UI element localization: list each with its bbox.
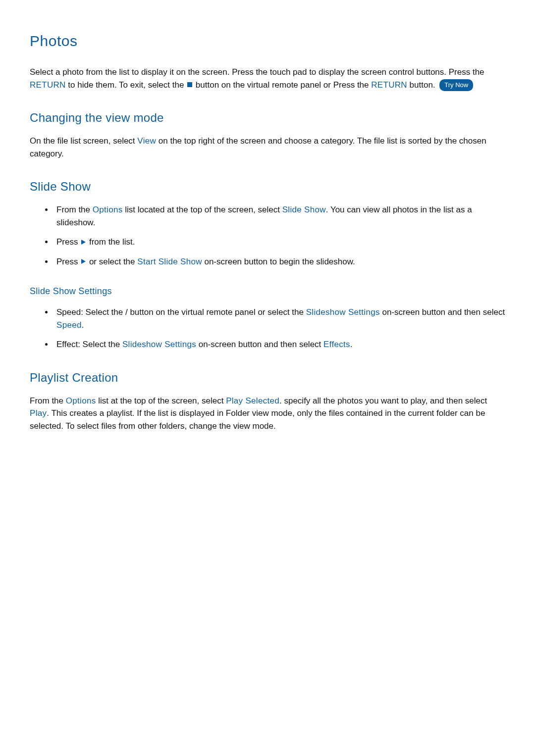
section-heading-slide-show: Slide Show — [30, 178, 505, 196]
intro-paragraph: Select a photo from the list to display … — [30, 66, 505, 91]
li-text: Press — [56, 237, 80, 247]
speed-term: Speed — [56, 320, 82, 330]
li-text: : Select the — [78, 340, 122, 349]
intro-text-1: Select a photo from the list to display … — [30, 67, 484, 77]
pc-text: . This creates a playlist. If the list i… — [30, 408, 485, 431]
li-text: from the list. — [87, 237, 135, 247]
pc-text: From the — [30, 396, 66, 405]
li-text: or select the — [87, 257, 137, 266]
play-selected-term: Play Selected — [226, 396, 279, 405]
list-item: Press or select the Start Slide Show on-… — [54, 255, 505, 268]
play-term: Play — [30, 408, 47, 418]
view-term: View — [137, 136, 156, 146]
start-slide-show-term: Start Slide Show — [137, 257, 202, 266]
li-text: . — [82, 320, 84, 330]
li-text: : Select the / button on the virtual rem… — [81, 307, 306, 317]
li-text: From the — [56, 205, 93, 214]
try-now-button[interactable]: Try Now — [439, 79, 473, 91]
playlist-creation-paragraph: From the Options list at the top of the … — [30, 395, 505, 433]
li-text: list located at the top of the screen, s… — [122, 205, 282, 214]
view-mode-text-1: On the file list screen, select — [30, 136, 137, 146]
list-item: Effect: Select the Slideshow Settings on… — [54, 338, 505, 351]
li-text: on-screen button and then select — [380, 307, 505, 317]
play-icon — [81, 240, 86, 245]
slide-show-term: Slide Show — [282, 205, 326, 214]
slideshow-settings-term: Slideshow Settings — [306, 307, 380, 317]
list-item: Press from the list. — [54, 236, 505, 249]
stop-icon — [187, 82, 192, 87]
intro-text-3: button on the virtual remote panel or Pr… — [193, 80, 371, 90]
view-mode-paragraph: On the file list screen, select View on … — [30, 135, 505, 160]
li-text: Press — [56, 257, 80, 266]
return-label-2: RETURN — [371, 80, 407, 90]
section-heading-view-mode: Changing the view mode — [30, 109, 505, 127]
effects-term: Effects — [323, 340, 350, 349]
list-item: Speed: Select the / button on the virtua… — [54, 306, 505, 331]
pc-text: . specify all the photos you want to pla… — [279, 396, 487, 405]
effect-label: Effect — [56, 340, 78, 349]
slide-show-settings-list: Speed: Select the / button on the virtua… — [30, 306, 505, 351]
slideshow-settings-term: Slideshow Settings — [122, 340, 196, 349]
options-term: Options — [93, 205, 123, 214]
play-icon — [81, 259, 86, 264]
intro-text-2: to hide them. To exit, select the — [66, 80, 187, 90]
li-text: . — [350, 340, 353, 349]
section-heading-playlist-creation: Playlist Creation — [30, 369, 505, 387]
pc-text: list at the top of the screen, select — [96, 396, 226, 405]
options-term: Options — [66, 396, 96, 405]
speed-label: Speed — [56, 307, 81, 317]
subsection-heading-slide-show-settings: Slide Show Settings — [30, 285, 505, 298]
slide-show-list: From the Options list located at the top… — [30, 203, 505, 268]
intro-text-4: button. — [407, 80, 437, 90]
li-text: on-screen button and then select — [196, 340, 323, 349]
page-title: Photos — [30, 30, 505, 52]
list-item: From the Options list located at the top… — [54, 203, 505, 229]
li-text: on-screen button to begin the slideshow. — [202, 257, 355, 266]
return-label-1: RETURN — [30, 80, 66, 90]
